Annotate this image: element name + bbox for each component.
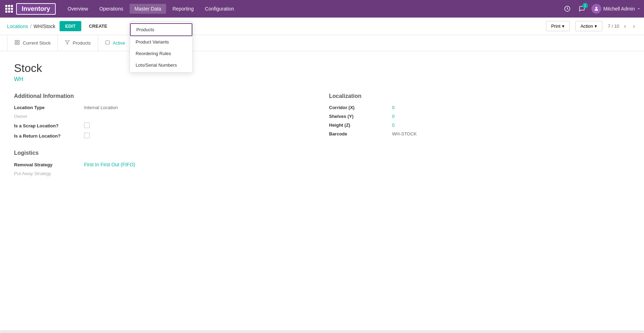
main-content: Stock WH Additional Information Location… bbox=[0, 51, 644, 197]
nav-master-data-wrapper: Master Data Products Product Variants Re… bbox=[130, 4, 166, 14]
breadcrumb-separator: / bbox=[30, 24, 32, 29]
svg-rect-5 bbox=[18, 43, 19, 45]
nav-overview[interactable]: Overview bbox=[63, 4, 93, 14]
topbar: Inventory Overview Operations Master Dat… bbox=[0, 0, 644, 18]
put-away-strategy-value bbox=[84, 171, 189, 176]
height-label: Height (Z) bbox=[329, 122, 385, 128]
topbar-right: 2 Mitchell Admin bbox=[562, 4, 640, 14]
svg-rect-4 bbox=[15, 43, 17, 45]
master-data-dropdown: Products Product Variants Reordering Rul… bbox=[130, 21, 193, 73]
active-filter-icon bbox=[105, 40, 110, 46]
app-name[interactable]: Inventory bbox=[16, 3, 56, 15]
create-button[interactable]: CREATE bbox=[85, 21, 111, 31]
main-two-col: Additional Information Location Type Int… bbox=[14, 93, 630, 187]
nav-configuration[interactable]: Configuration bbox=[200, 4, 239, 14]
filter-products[interactable]: Products bbox=[58, 35, 98, 51]
return-location-label: Is a Return Location? bbox=[14, 133, 77, 139]
location-type-value: Internal Location bbox=[84, 105, 189, 110]
logistics-section: Logistics Removal Strategy First In Firs… bbox=[14, 150, 315, 176]
svg-rect-7 bbox=[106, 41, 110, 45]
filterbar: Current Stock Products Active bbox=[0, 35, 644, 51]
grid-filter-icon bbox=[14, 40, 20, 46]
action-button[interactable]: Action ▾ bbox=[575, 21, 602, 31]
additional-info-grid: Location Type Internal Location Owner Is… bbox=[14, 105, 189, 139]
grid-icon bbox=[5, 5, 13, 13]
corridor-label: Corridor (X) bbox=[329, 105, 385, 110]
dropdown-item-lots-serial[interactable]: Lots/Serial Numbers bbox=[130, 59, 192, 71]
corridor-value: 0 bbox=[392, 105, 469, 110]
return-checkbox-input[interactable] bbox=[84, 133, 90, 138]
nav-reporting[interactable]: Reporting bbox=[167, 4, 199, 14]
nav-master-data[interactable]: Master Data bbox=[130, 4, 166, 14]
svg-marker-6 bbox=[66, 41, 70, 45]
shelves-value: 0 bbox=[392, 114, 469, 119]
removal-strategy-link[interactable]: First In First Out (FIFO) bbox=[84, 162, 135, 167]
shelves-label: Shelves (Y) bbox=[329, 114, 385, 119]
svg-point-1 bbox=[595, 7, 597, 9]
filter-current-stock[interactable]: Current Stock bbox=[7, 35, 58, 51]
funnel-icon bbox=[65, 40, 70, 46]
print-button[interactable]: Print ▾ bbox=[546, 21, 570, 31]
top-navigation: Overview Operations Master Data Products… bbox=[63, 4, 562, 14]
owner-value bbox=[84, 114, 189, 119]
put-away-strategy-label: Put Away Strategy bbox=[14, 171, 77, 176]
filter-active[interactable]: Active bbox=[98, 35, 132, 51]
secondbar-right: Print ▾ Action ▾ 7 / 10 ‹ › bbox=[546, 21, 637, 31]
chat-badge: 2 bbox=[582, 3, 588, 8]
localization-grid: Corridor (X) 0 Shelves (Y) 0 Height (Z) … bbox=[329, 105, 469, 136]
svg-rect-2 bbox=[15, 40, 17, 42]
owner-label: Owner bbox=[14, 114, 77, 119]
record-subtitle[interactable]: WH bbox=[14, 76, 630, 82]
active-filter-label: Active bbox=[113, 40, 125, 46]
products-filter-label: Products bbox=[73, 40, 90, 46]
barcode-value: WH-STOCK bbox=[392, 131, 469, 136]
user-name: Mitchell Admin bbox=[603, 6, 635, 12]
breadcrumb-parent[interactable]: Locations bbox=[7, 24, 28, 29]
localization-section: Localization Corridor (X) 0 Shelves (Y) … bbox=[329, 93, 630, 136]
svg-rect-3 bbox=[18, 40, 19, 42]
user-avatar bbox=[591, 4, 601, 14]
scrap-location-label: Is a Scrap Location? bbox=[14, 122, 77, 129]
barcode-label: Barcode bbox=[329, 131, 385, 136]
height-value: 0 bbox=[392, 122, 469, 128]
right-column: Localization Corridor (X) 0 Shelves (Y) … bbox=[329, 93, 630, 187]
return-location-checkbox[interactable] bbox=[84, 133, 189, 139]
additional-information-section: Additional Information Location Type Int… bbox=[14, 93, 315, 139]
dropdown-item-products[interactable]: Products bbox=[130, 23, 192, 36]
record-title: Stock bbox=[14, 62, 630, 75]
removal-strategy-label: Removal Strategy bbox=[14, 162, 77, 167]
location-type-label: Location Type bbox=[14, 105, 77, 110]
prev-page-button[interactable]: ‹ bbox=[622, 22, 628, 30]
breadcrumb: Locations / WH/Stock bbox=[7, 24, 55, 29]
print-chevron-icon: ▾ bbox=[562, 24, 564, 29]
scrap-checkbox-input[interactable] bbox=[84, 122, 90, 128]
next-page-button[interactable]: › bbox=[631, 22, 637, 30]
logistics-title: Logistics bbox=[14, 150, 315, 156]
additional-info-title: Additional Information bbox=[14, 93, 315, 99]
clock-button[interactable] bbox=[562, 4, 573, 14]
logistics-grid: Removal Strategy First In First Out (FIF… bbox=[14, 162, 189, 176]
secondbar: Locations / WH/Stock EDIT CREATE Print ▾… bbox=[0, 18, 644, 35]
chat-button[interactable]: 2 bbox=[577, 4, 587, 14]
localization-title: Localization bbox=[329, 93, 630, 99]
dropdown-item-reordering-rules[interactable]: Reordering Rules bbox=[130, 48, 192, 59]
left-column: Additional Information Location Type Int… bbox=[14, 93, 315, 187]
user-menu[interactable]: Mitchell Admin bbox=[591, 4, 640, 14]
pagination-text: 7 / 10 bbox=[608, 24, 619, 29]
edit-button[interactable]: EDIT bbox=[60, 21, 81, 31]
removal-strategy-value: First In First Out (FIFO) bbox=[84, 162, 189, 167]
breadcrumb-current: WH/Stock bbox=[34, 24, 55, 29]
scrap-location-checkbox[interactable] bbox=[84, 122, 189, 129]
dropdown-item-product-variants[interactable]: Product Variants bbox=[130, 36, 192, 48]
grid-menu-button[interactable] bbox=[4, 3, 15, 14]
pagination: 7 / 10 ‹ › bbox=[608, 22, 637, 30]
nav-operations[interactable]: Operations bbox=[94, 4, 128, 14]
current-stock-label: Current Stock bbox=[23, 40, 50, 46]
action-chevron-icon: ▾ bbox=[595, 24, 597, 29]
